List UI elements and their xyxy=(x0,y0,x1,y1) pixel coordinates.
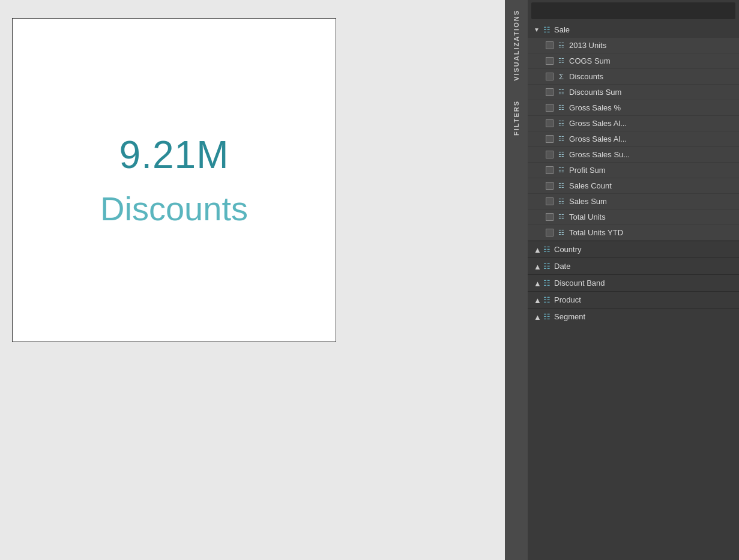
group-header-segment[interactable]: ▶ ☷ Segment xyxy=(528,309,739,325)
group-name-discount-band: Discount Band xyxy=(554,278,605,288)
side-panel: VISUALIZATIONS FILTERS ▼ ☷ Sale ☷ 2013 U… xyxy=(505,0,739,560)
table-icon-discount-band: ☷ xyxy=(543,278,550,288)
card-value: 9.21M xyxy=(119,133,229,177)
field-label-2013-units: 2013 Units xyxy=(569,41,606,50)
field-label-gross-sales-al2: Gross Sales Al... xyxy=(569,134,627,143)
checkbox-discounts[interactable] xyxy=(546,73,553,80)
field-label-gross-sales-pct: Gross Sales % xyxy=(569,103,621,112)
table-icon-date: ☷ xyxy=(543,262,550,271)
arrow-product-icon: ▶ xyxy=(534,297,540,303)
field-label-gross-sales-su: Gross Sales Su... xyxy=(569,150,630,159)
group-name-country: Country xyxy=(554,245,582,254)
checkbox-total-units[interactable] xyxy=(546,213,553,221)
field-label-cogs-sum: COGS Sum xyxy=(569,56,611,65)
field-sales-sum[interactable]: ☷ Sales Sum xyxy=(528,194,739,209)
arrow-country-icon: ▶ xyxy=(534,247,540,253)
checkbox-gross-sales-pct[interactable] xyxy=(546,104,553,112)
arrow-discount-band-icon: ▶ xyxy=(534,280,540,286)
field-discounts-sum[interactable]: ☷ Discounts Sum xyxy=(528,85,739,100)
field-gross-sales-al2[interactable]: ☷ Gross Sales Al... xyxy=(528,131,739,147)
group-name-segment: Segment xyxy=(554,312,585,321)
checkbox-sales-sum[interactable] xyxy=(546,197,553,205)
grid-icon-gross-sales-al2: ☷ xyxy=(557,135,566,143)
field-total-units-ytd[interactable]: ☷ Total Units YTD xyxy=(528,225,739,241)
field-2013-units[interactable]: ☷ 2013 Units xyxy=(528,38,739,53)
grid-icon-gross-sales-al1: ☷ xyxy=(557,119,566,127)
tab-filters[interactable]: FILTERS xyxy=(508,91,525,145)
group-header-sale[interactable]: ▼ ☷ Sale xyxy=(528,22,739,38)
table-icon-country: ☷ xyxy=(543,245,550,254)
checkbox-profit-sum[interactable] xyxy=(546,166,553,174)
grid-icon-cogs-sum: ☷ xyxy=(557,57,566,65)
group-name-product: Product xyxy=(554,295,581,304)
field-cogs-sum[interactable]: ☷ COGS Sum xyxy=(528,53,739,69)
field-label-discounts-sum: Discounts Sum xyxy=(569,88,621,97)
field-label-sales-sum: Sales Sum xyxy=(569,197,607,206)
vertical-tabs-strip: VISUALIZATIONS FILTERS xyxy=(505,0,528,560)
checkbox-total-units-ytd[interactable] xyxy=(546,229,553,236)
group-date: ▶ ☷ Date xyxy=(528,258,739,274)
field-label-total-units: Total Units xyxy=(569,212,606,221)
checkbox-gross-sales-su[interactable] xyxy=(546,151,553,158)
arrow-date-icon: ▶ xyxy=(534,263,540,269)
field-gross-sales-pct[interactable]: ☷ Gross Sales % xyxy=(528,100,739,116)
group-header-date[interactable]: ▶ ☷ Date xyxy=(528,258,739,274)
group-header-product[interactable]: ▶ ☷ Product xyxy=(528,292,739,308)
arrow-segment-icon: ▶ xyxy=(534,314,540,320)
group-sale: ▼ ☷ Sale ☷ 2013 Units ☷ COGS Sum Σ Disco… xyxy=(528,22,739,241)
checkbox-sales-count[interactable] xyxy=(546,182,553,190)
group-country: ▶ ☷ Country xyxy=(528,241,739,257)
grid-icon-total-units-ytd: ☷ xyxy=(557,229,566,236)
field-sales-count[interactable]: ☷ Sales Count xyxy=(528,178,739,194)
field-label-sales-count: Sales Count xyxy=(569,181,612,190)
search-input[interactable] xyxy=(536,7,731,15)
checkbox-cogs-sum[interactable] xyxy=(546,57,553,65)
field-label-discounts: Discounts xyxy=(569,72,603,81)
field-gross-sales-al1[interactable]: ☷ Gross Sales Al... xyxy=(528,116,739,131)
group-product: ▶ ☷ Product xyxy=(528,292,739,308)
table-icon-sale: ☷ xyxy=(543,25,550,34)
field-label-profit-sum: Profit Sum xyxy=(569,166,606,175)
group-segment: ▶ ☷ Segment xyxy=(528,309,739,325)
group-header-discount-band[interactable]: ▶ ☷ Discount Band xyxy=(528,275,739,291)
table-icon-product: ☷ xyxy=(543,295,550,304)
table-icon-segment: ☷ xyxy=(543,312,550,321)
group-header-country[interactable]: ▶ ☷ Country xyxy=(528,241,739,257)
group-name-date: Date xyxy=(554,262,570,271)
search-bar[interactable] xyxy=(531,2,735,19)
grid-icon-sales-sum: ☷ xyxy=(557,197,566,205)
checkbox-gross-sales-al2[interactable] xyxy=(546,135,553,143)
card-label: Discounts xyxy=(100,189,248,228)
checkbox-discounts-sum[interactable] xyxy=(546,88,553,96)
group-discount-band: ▶ ☷ Discount Band xyxy=(528,275,739,291)
field-profit-sum[interactable]: ☷ Profit Sum xyxy=(528,163,739,178)
main-canvas: 9.21M Discounts xyxy=(0,0,505,560)
grid-icon-gross-sales-su: ☷ xyxy=(557,151,566,158)
arrow-sale-icon: ▼ xyxy=(534,26,540,33)
grid-icon-sales-count: ☷ xyxy=(557,182,566,190)
field-gross-sales-su[interactable]: ☷ Gross Sales Su... xyxy=(528,147,739,163)
group-name-sale: Sale xyxy=(554,25,570,34)
checkbox-2013-units[interactable] xyxy=(546,41,553,49)
fields-panel: ▼ ☷ Sale ☷ 2013 Units ☷ COGS Sum Σ Disco… xyxy=(528,0,739,560)
kpi-card[interactable]: 9.21M Discounts xyxy=(12,18,336,342)
field-total-units[interactable]: ☷ Total Units xyxy=(528,209,739,225)
grid-icon-2013-units: ☷ xyxy=(557,41,566,49)
field-discounts[interactable]: Σ Discounts xyxy=(528,69,739,85)
sigma-icon-discounts: Σ xyxy=(557,72,566,81)
checkbox-gross-sales-al1[interactable] xyxy=(546,119,553,127)
grid-icon-total-units: ☷ xyxy=(557,213,566,221)
tab-visualizations[interactable]: VISUALIZATIONS xyxy=(508,0,525,91)
grid-icon-gross-sales-pct: ☷ xyxy=(557,104,566,112)
field-label-gross-sales-al1: Gross Sales Al... xyxy=(569,119,627,128)
grid-icon-profit-sum: ☷ xyxy=(557,166,566,174)
grid-icon-discounts-sum: ☷ xyxy=(557,88,566,96)
field-label-total-units-ytd: Total Units YTD xyxy=(569,228,623,237)
